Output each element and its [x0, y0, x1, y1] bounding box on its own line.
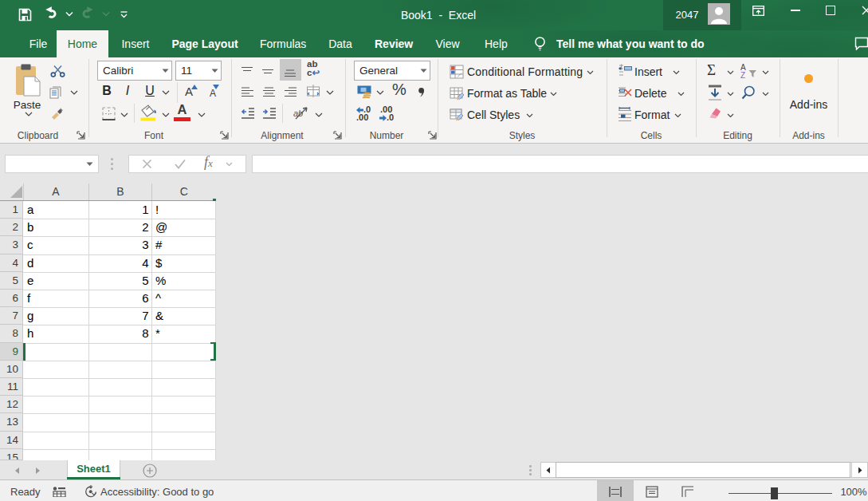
svg-text:ab: ab [293, 108, 303, 118]
svg-text:Z: Z [740, 71, 745, 79]
